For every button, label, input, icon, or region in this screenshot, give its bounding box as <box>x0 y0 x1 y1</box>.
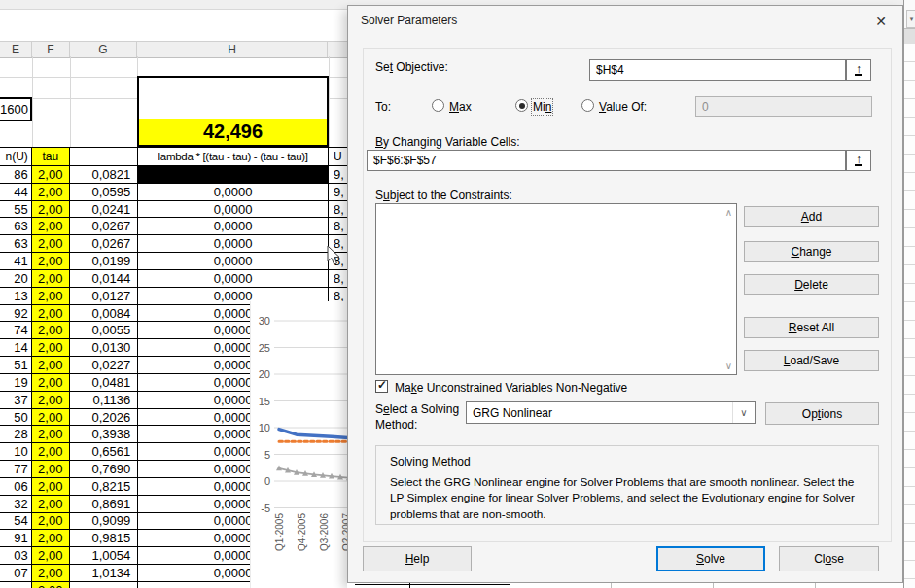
scroll-up-icon[interactable]: ∧ <box>725 207 732 218</box>
cell-1600[interactable]: 1600 <box>0 97 32 121</box>
cell-e[interactable]: 54 <box>0 513 32 531</box>
close-icon[interactable]: ✕ <box>870 12 892 31</box>
header-cell-formula[interactable]: lambda * [(tau - tau) - (tau - tau)] <box>138 148 329 166</box>
column-header-i[interactable] <box>328 42 346 57</box>
cell-tau[interactable]: 2,00 <box>32 184 70 201</box>
cell-g[interactable]: 0,7690 <box>70 461 139 478</box>
header-cell-e[interactable]: n(U) <box>0 148 32 166</box>
cell-e[interactable]: 20 <box>0 270 32 288</box>
cell-tau[interactable]: 2,00 <box>32 357 70 374</box>
cell-e[interactable]: 28 <box>0 426 32 443</box>
cell-tau[interactable]: 2,00 <box>32 201 70 219</box>
column-headers[interactable]: E F G H <box>0 41 350 58</box>
cell-tau[interactable]: 2,00 <box>32 513 70 531</box>
objective-cell-block[interactable]: 42,496 <box>137 76 329 147</box>
cell-e[interactable]: 92 <box>0 305 32 323</box>
cell-e[interactable]: 07 <box>0 565 32 582</box>
table-row[interactable]: 412,000,01990,00008, <box>0 253 347 270</box>
cell-tau[interactable]: 2,00 <box>32 322 70 339</box>
cell-e[interactable]: 10 <box>0 443 32 461</box>
chevron-down-icon[interactable]: ∨ <box>732 402 755 423</box>
column-header-h[interactable]: H <box>137 42 328 57</box>
cell-g[interactable]: 0,0199 <box>70 253 139 270</box>
table-row[interactable]: 552,000,02410,00008, <box>0 201 347 219</box>
table-row[interactable]: 442,000,05950,00009, <box>0 184 347 201</box>
cell-tau[interactable]: 2,00 <box>32 288 70 305</box>
cell-g[interactable]: 0,0267 <box>70 218 139 235</box>
cell-tau[interactable]: 2,00 <box>32 565 70 582</box>
radio-value-of[interactable] <box>581 99 594 112</box>
cell-tau[interactable]: 2,00 <box>32 305 70 323</box>
cell-tau[interactable]: 2,00 <box>32 270 70 288</box>
change-button[interactable]: Change <box>744 241 879 262</box>
cell-tau[interactable]: 2,00 <box>32 443 70 461</box>
cell-e[interactable]: 13 <box>0 288 32 305</box>
cell-g[interactable]: 1,0134 <box>70 565 139 582</box>
non-negative-label[interactable]: Make Unconstrained Variables Non-Negativ… <box>395 381 627 395</box>
cell-i[interactable]: 9, <box>329 166 347 184</box>
cell-e[interactable] <box>0 582 32 588</box>
cell-i[interactable]: 8, <box>329 218 347 235</box>
cell-tau[interactable]: 2,00 <box>32 392 70 409</box>
cell-e[interactable]: 03 <box>0 547 32 565</box>
cell-e[interactable]: 63 <box>0 218 32 235</box>
options-button[interactable]: Options <box>765 402 879 425</box>
table-row[interactable]: 202,000,01440,00008, <box>0 270 347 288</box>
cell-tau[interactable]: 2,00 <box>32 496 70 513</box>
cell-tau[interactable]: 2,00 <box>32 409 70 427</box>
objective-value-cell[interactable]: 42,496 <box>139 119 327 145</box>
cell-g[interactable]: 0,3938 <box>70 426 139 443</box>
cell-tau[interactable]: 2,00 <box>32 253 70 270</box>
cell-g[interactable]: 0,2026 <box>70 409 139 427</box>
scroll-down-icon[interactable]: ∨ <box>725 361 732 371</box>
cell-e[interactable]: 55 <box>0 201 32 219</box>
header-cell-i[interactable]: U <box>329 148 347 166</box>
cell-tau[interactable]: 2,00 <box>32 166 70 184</box>
cell-g[interactable]: 0,0267 <box>70 235 139 253</box>
cell-i[interactable]: 8, <box>329 270 347 288</box>
range-select-button-2[interactable]: ↑ <box>846 150 871 171</box>
cell-tau[interactable]: 2,00 <box>32 478 70 496</box>
cell-g[interactable]: 0,8215 <box>70 478 139 496</box>
cell-g[interactable]: 0,0241 <box>70 201 139 219</box>
column-header-e[interactable]: E <box>0 42 32 57</box>
variable-cells-input[interactable]: $F$6:$F$57 <box>367 150 846 171</box>
cell-e[interactable]: 06 <box>0 478 32 496</box>
cell-g[interactable]: 0,0595 <box>70 184 139 201</box>
reset-all-button[interactable]: Reset All <box>744 317 879 338</box>
cell-h[interactable]: 0,0000 <box>138 253 329 270</box>
cell-tau[interactable]: 2,00 <box>32 530 70 547</box>
cell-e[interactable]: 41 <box>0 253 32 270</box>
header-cell-tau[interactable]: tau <box>32 148 70 166</box>
cell-tau[interactable]: 2,00 <box>32 339 70 357</box>
cell-h[interactable] <box>138 166 329 184</box>
cell-tau[interactable]: 2,00 <box>32 235 70 253</box>
delete-button[interactable]: Delete <box>744 274 879 295</box>
cell-e[interactable]: 74 <box>0 322 32 339</box>
cell-e[interactable]: 19 <box>0 374 32 392</box>
non-negative-checkbox[interactable] <box>375 380 388 393</box>
cell-g[interactable]: 0,0821 <box>70 166 139 184</box>
table-row[interactable]: 862,000,08219, <box>0 166 347 184</box>
column-header-f[interactable]: F <box>32 42 70 57</box>
cell-e[interactable]: 86 <box>0 166 32 184</box>
cell-e[interactable]: 14 <box>0 339 32 357</box>
cell-h[interactable]: 0,0000 <box>138 218 329 235</box>
cell-g[interactable]: 0,0144 <box>70 270 139 288</box>
cell-i[interactable]: 9, <box>329 184 347 201</box>
cell-g[interactable]: 0,0481 <box>70 374 139 392</box>
cell-e[interactable]: 50 <box>0 409 32 427</box>
cell-tau[interactable]: 2,00 <box>32 461 70 478</box>
cell-g[interactable]: 0,0127 <box>70 288 139 305</box>
cell-e[interactable]: 32 <box>0 496 32 513</box>
table-row[interactable]: 632,000,02670,00008, <box>0 235 347 253</box>
cell-g[interactable]: 0,0130 <box>70 339 139 357</box>
radio-max[interactable] <box>432 99 444 112</box>
table-header-row[interactable]: n(U) tau lambda * [(tau - tau) - (tau - … <box>0 148 347 166</box>
cell-e[interactable]: 77 <box>0 461 32 478</box>
cell-g[interactable]: 0,9815 <box>70 530 139 547</box>
cell-e[interactable]: 44 <box>0 184 32 201</box>
cell-tau[interactable]: 2,00 <box>32 218 70 235</box>
cell-g[interactable]: 0,9099 <box>70 513 139 531</box>
cell-h[interactable]: 0,0000 <box>138 235 329 253</box>
